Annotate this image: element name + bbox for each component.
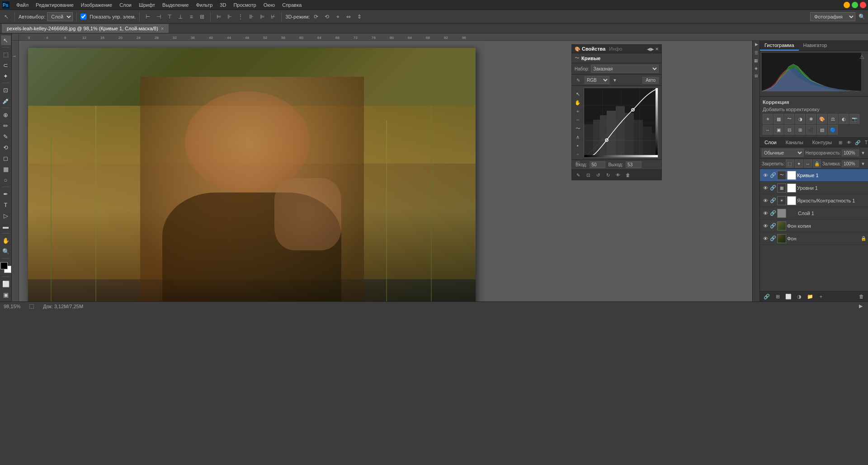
- distribute-top-btn[interactable]: ⊪: [247, 12, 256, 21]
- menu-edit[interactable]: Редактирование: [32, 1, 77, 9]
- side-btn-2[interactable]: ▦: [753, 57, 760, 64]
- 3d-rotate-btn[interactable]: ⟳: [311, 12, 321, 21]
- add-mask-btn[interactable]: ⬜: [783, 292, 793, 301]
- layer-item-layer1[interactable]: 👁 🔗 Слой 1: [760, 207, 868, 220]
- channel-dropdown[interactable]: RGB: [585, 76, 609, 84]
- opacity-input[interactable]: [842, 150, 859, 156]
- curves-sample-midtones[interactable]: ▫: [574, 150, 581, 158]
- align-top-btn[interactable]: ⊥: [176, 12, 185, 21]
- shape-tool[interactable]: ▬: [1, 221, 11, 231]
- color-pair[interactable]: [0, 262, 11, 273]
- add-adjustment-btn[interactable]: ◑: [794, 292, 804, 301]
- gradient-tool[interactable]: ▦: [1, 164, 11, 174]
- layer-link-bgcopy[interactable]: 🔗: [770, 223, 776, 229]
- prop-prev-btn[interactable]: ↺: [594, 171, 603, 179]
- corr-exposure[interactable]: ◑: [795, 114, 805, 124]
- hand-tool[interactable]: ✋: [1, 235, 11, 245]
- layer-item-levels1[interactable]: 👁 🔗 ▦ Уровни 1: [760, 182, 868, 194]
- healing-tool[interactable]: ⊕: [1, 110, 11, 120]
- move-tool-btn[interactable]: ↖: [2, 12, 11, 21]
- corr-vibrance[interactable]: ❋: [806, 114, 816, 124]
- layer-link-levels1[interactable]: 🔗: [770, 185, 776, 191]
- layers-icon-1[interactable]: ⊞: [836, 138, 844, 146]
- menu-file[interactable]: Файл: [13, 1, 32, 9]
- input-field[interactable]: [590, 161, 605, 168]
- corr-gradient[interactable]: ▤: [817, 125, 827, 135]
- side-btn-3[interactable]: ◈: [753, 65, 760, 71]
- prop-expand-btn[interactable]: ◀▶: [647, 47, 654, 52]
- tab-channels[interactable]: Каналы: [781, 138, 808, 147]
- layer-eye-levels1[interactable]: 👁: [762, 184, 769, 192]
- 3d-scale-btn[interactable]: ⇕: [355, 12, 364, 21]
- menu-type[interactable]: Шрифт: [135, 1, 159, 9]
- fill-input[interactable]: [842, 160, 859, 167]
- corr-hue[interactable]: 🎨: [817, 114, 827, 124]
- curves-smooth[interactable]: 〜: [574, 125, 581, 132]
- side-btn-4[interactable]: ⊞: [753, 73, 760, 79]
- menu-image[interactable]: Изображение: [77, 1, 116, 9]
- layer-item-brightness1[interactable]: 👁 🔗 ☀ Яркость/Контрастность 1: [760, 194, 868, 207]
- prop-reset-btn[interactable]: ↻: [604, 171, 613, 179]
- path-select-tool[interactable]: ▷: [1, 211, 11, 221]
- distribute-left-btn[interactable]: ⊨: [214, 12, 223, 21]
- magic-wand-tool[interactable]: ✦: [1, 71, 11, 81]
- minimize-btn[interactable]: [844, 2, 850, 8]
- auto-btn[interactable]: Авто: [642, 77, 659, 84]
- menu-layers[interactable]: Слои: [116, 1, 135, 9]
- add-group-btn[interactable]: 📁: [805, 292, 815, 301]
- corr-posterize[interactable]: ⊞: [795, 125, 805, 135]
- close-btn[interactable]: [860, 2, 866, 8]
- 3d-pan-btn[interactable]: ⌖: [333, 12, 342, 21]
- curves-svg[interactable]: [584, 88, 658, 158]
- history-brush[interactable]: ⟲: [1, 142, 11, 152]
- layer-eye-curves1[interactable]: 👁: [762, 172, 769, 179]
- auto-select-dropdown[interactable]: Слой: [47, 12, 73, 21]
- tab-layers[interactable]: Слои: [760, 138, 781, 147]
- output-field[interactable]: [626, 161, 642, 168]
- channel-options-btn[interactable]: ▼: [611, 76, 618, 84]
- corr-photofilter[interactable]: 📷: [849, 114, 859, 124]
- add-layer-btn[interactable]: +: [816, 292, 826, 301]
- layer-eye-brightness1[interactable]: 👁: [762, 197, 769, 204]
- corr-channelmixer[interactable]: ↔: [763, 125, 773, 135]
- distribute-bottom-btn[interactable]: ⊬: [269, 12, 278, 21]
- prop-edit-btn[interactable]: ✎: [574, 171, 583, 179]
- workspace-dropdown[interactable]: Фотография: [810, 12, 855, 21]
- layer-eye-bg[interactable]: 👁: [762, 235, 769, 242]
- curves-sample-shadows[interactable]: ▪: [574, 142, 581, 149]
- distribute-center-btn[interactable]: ⊩: [225, 12, 234, 21]
- lock-move-btn[interactable]: ↔: [804, 160, 812, 168]
- blend-mode-dropdown[interactable]: Обычные: [762, 149, 804, 157]
- menu-view[interactable]: Просмотр: [230, 1, 259, 9]
- brush-tool[interactable]: ✏: [1, 121, 11, 131]
- layer-item-bgcopy[interactable]: 👁 🔗 Фон копия: [760, 220, 868, 232]
- 3d-roll-btn[interactable]: ⟲: [322, 12, 331, 21]
- layers-icon-3[interactable]: 🔗: [854, 138, 862, 146]
- tab-paths[interactable]: Контуры: [808, 138, 836, 147]
- layer-link-curves1[interactable]: 🔗: [770, 172, 776, 178]
- prop-info-tab[interactable]: Инфо: [609, 46, 622, 52]
- opacity-arrow[interactable]: ▼: [860, 150, 866, 156]
- photo-canvas[interactable]: [28, 48, 476, 301]
- marquee-tool[interactable]: ⬚: [1, 49, 11, 59]
- curves-graph-wrapper[interactable]: [584, 88, 660, 158]
- menu-help[interactable]: Справка: [278, 1, 305, 9]
- maximize-btn[interactable]: [852, 2, 858, 8]
- curves-hand-tool[interactable]: ✋: [574, 99, 581, 106]
- curves-delete-point[interactable]: −: [574, 116, 581, 123]
- 3d-slide-btn[interactable]: ⇔: [344, 12, 353, 21]
- delete-layer-btn[interactable]: 🗑: [856, 292, 866, 301]
- corr-brightness[interactable]: ☀: [763, 114, 773, 124]
- align-left-btn[interactable]: ⊢: [143, 12, 152, 21]
- layers-icon-2[interactable]: 👁: [845, 138, 853, 146]
- corr-colorbalance[interactable]: ⚖: [828, 114, 838, 124]
- layers-icon-4[interactable]: T: [862, 138, 868, 146]
- side-btn-1[interactable]: ☰: [753, 50, 760, 56]
- align-center-h-btn[interactable]: ⊣: [154, 12, 163, 21]
- crop-tool[interactable]: ⊡: [1, 85, 11, 95]
- curves-corner[interactable]: ∧: [574, 133, 581, 141]
- status-play-btn[interactable]: ▶: [857, 303, 864, 310]
- collapse-arrow[interactable]: ▶: [753, 41, 760, 48]
- corr-levels[interactable]: ▦: [774, 114, 783, 124]
- fill-arrow[interactable]: ▼: [860, 160, 866, 167]
